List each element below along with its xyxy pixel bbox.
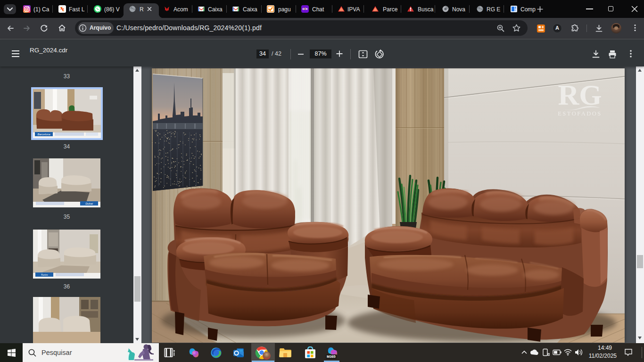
svg-text:Barcelona: Barcelona [37,133,50,136]
svg-text:RG: RG [558,79,602,111]
svg-text:Dubai: Dubai [85,202,93,205]
svg-text:ESTOFADOS: ESTOFADOS [558,110,602,117]
svg-text:Turim: Turim [41,273,48,276]
